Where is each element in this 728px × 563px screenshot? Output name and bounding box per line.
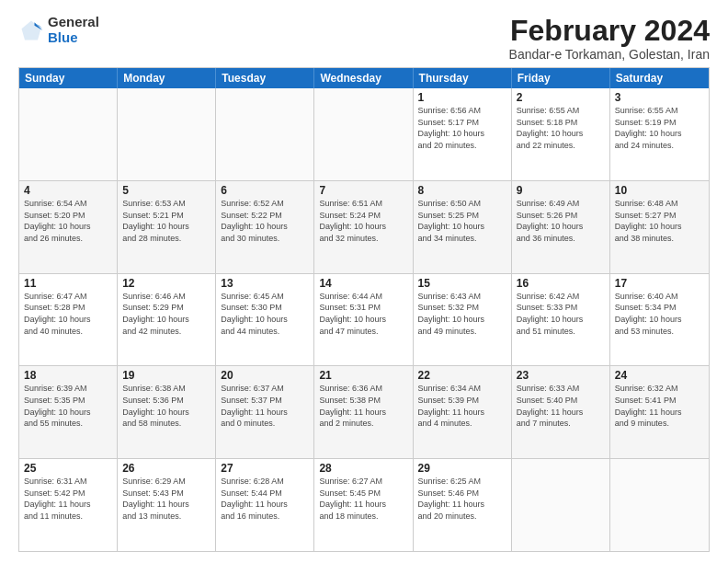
calendar: SundayMondayTuesdayWednesdayThursdayFrid…: [18, 67, 710, 552]
calendar-row: 18Sunrise: 6:39 AM Sunset: 5:35 PM Dayli…: [19, 365, 709, 458]
day-detail: Sunrise: 6:38 AM Sunset: 5:36 PM Dayligh…: [122, 383, 210, 429]
day-detail: Sunrise: 6:29 AM Sunset: 5:43 PM Dayligh…: [122, 476, 210, 522]
logo-general-text: General: [48, 15, 99, 30]
calendar-row: 11Sunrise: 6:47 AM Sunset: 5:28 PM Dayli…: [19, 273, 709, 366]
calendar-cell: 1Sunrise: 6:56 AM Sunset: 5:17 PM Daylig…: [414, 88, 512, 180]
calendar-cell: 6Sunrise: 6:52 AM Sunset: 5:22 PM Daylig…: [216, 181, 314, 273]
day-number: 1: [418, 91, 506, 104]
day-number: 11: [24, 277, 112, 290]
day-number: 29: [418, 462, 506, 475]
calendar-header-row: SundayMondayTuesdayWednesdayThursdayFrid…: [19, 68, 709, 88]
day-detail: Sunrise: 6:55 AM Sunset: 5:18 PM Dayligh…: [517, 105, 605, 151]
calendar-body: 1Sunrise: 6:56 AM Sunset: 5:17 PM Daylig…: [19, 88, 709, 551]
day-number: 7: [319, 184, 407, 197]
day-number: 9: [517, 184, 605, 197]
day-detail: Sunrise: 6:55 AM Sunset: 5:19 PM Dayligh…: [615, 105, 704, 151]
calendar-row: 25Sunrise: 6:31 AM Sunset: 5:42 PM Dayli…: [19, 458, 709, 551]
calendar-cell: 18Sunrise: 6:39 AM Sunset: 5:35 PM Dayli…: [19, 366, 118, 458]
day-number: 4: [24, 184, 112, 197]
calendar-cell: 17Sunrise: 6:40 AM Sunset: 5:34 PM Dayli…: [610, 274, 709, 366]
calendar-header-cell: Wednesday: [314, 68, 413, 88]
day-detail: Sunrise: 6:43 AM Sunset: 5:32 PM Dayligh…: [418, 291, 506, 337]
day-detail: Sunrise: 6:54 AM Sunset: 5:20 PM Dayligh…: [24, 198, 112, 244]
calendar-cell: 22Sunrise: 6:34 AM Sunset: 5:39 PM Dayli…: [414, 366, 512, 458]
day-detail: Sunrise: 6:25 AM Sunset: 5:46 PM Dayligh…: [418, 476, 506, 522]
page: General Blue February 2024 Bandar-e Tork…: [0, 0, 728, 563]
calendar-cell: 12Sunrise: 6:46 AM Sunset: 5:29 PM Dayli…: [118, 274, 216, 366]
day-detail: Sunrise: 6:48 AM Sunset: 5:27 PM Dayligh…: [615, 198, 704, 244]
day-number: 12: [122, 277, 210, 290]
calendar-cell: 13Sunrise: 6:45 AM Sunset: 5:30 PM Dayli…: [216, 274, 314, 366]
day-number: 18: [24, 369, 112, 382]
day-number: 5: [122, 184, 210, 197]
calendar-cell: [216, 88, 314, 180]
day-detail: Sunrise: 6:42 AM Sunset: 5:33 PM Dayligh…: [517, 291, 605, 337]
day-detail: Sunrise: 6:45 AM Sunset: 5:30 PM Dayligh…: [221, 291, 309, 337]
day-number: 3: [615, 91, 704, 104]
calendar-cell: [610, 459, 709, 551]
calendar-cell: 21Sunrise: 6:36 AM Sunset: 5:38 PM Dayli…: [314, 366, 413, 458]
calendar-row: 4Sunrise: 6:54 AM Sunset: 5:20 PM Daylig…: [19, 180, 709, 273]
calendar-header-cell: Thursday: [414, 68, 512, 88]
calendar-header-cell: Sunday: [19, 68, 118, 88]
calendar-cell: 29Sunrise: 6:25 AM Sunset: 5:46 PM Dayli…: [414, 459, 512, 551]
day-detail: Sunrise: 6:40 AM Sunset: 5:34 PM Dayligh…: [615, 291, 704, 337]
calendar-cell: 5Sunrise: 6:53 AM Sunset: 5:21 PM Daylig…: [118, 181, 216, 273]
calendar-cell: 25Sunrise: 6:31 AM Sunset: 5:42 PM Dayli…: [19, 459, 118, 551]
day-detail: Sunrise: 6:49 AM Sunset: 5:26 PM Dayligh…: [517, 198, 605, 244]
day-number: 28: [319, 462, 407, 475]
svg-marker-0: [22, 20, 41, 40]
day-detail: Sunrise: 6:27 AM Sunset: 5:45 PM Dayligh…: [319, 476, 407, 522]
day-detail: Sunrise: 6:47 AM Sunset: 5:28 PM Dayligh…: [24, 291, 112, 337]
day-number: 25: [24, 462, 112, 475]
day-detail: Sunrise: 6:51 AM Sunset: 5:24 PM Dayligh…: [319, 198, 407, 244]
calendar-cell: 20Sunrise: 6:37 AM Sunset: 5:37 PM Dayli…: [216, 366, 314, 458]
day-detail: Sunrise: 6:34 AM Sunset: 5:39 PM Dayligh…: [418, 383, 506, 429]
day-number: 23: [517, 369, 605, 382]
day-number: 26: [122, 462, 210, 475]
day-number: 13: [221, 277, 309, 290]
calendar-cell: [19, 88, 118, 180]
day-number: 2: [517, 91, 605, 104]
day-number: 21: [319, 369, 407, 382]
day-number: 20: [221, 369, 309, 382]
day-number: 24: [615, 369, 704, 382]
day-detail: Sunrise: 6:31 AM Sunset: 5:42 PM Dayligh…: [24, 476, 112, 522]
day-detail: Sunrise: 6:50 AM Sunset: 5:25 PM Dayligh…: [418, 198, 506, 244]
day-number: 16: [517, 277, 605, 290]
logo-blue-text: Blue: [48, 30, 99, 46]
day-number: 17: [615, 277, 704, 290]
calendar-row: 1Sunrise: 6:56 AM Sunset: 5:17 PM Daylig…: [19, 88, 709, 180]
location-subtitle: Bandar-e Torkaman, Golestan, Iran: [509, 47, 710, 62]
day-number: 19: [122, 369, 210, 382]
day-number: 10: [615, 184, 704, 197]
day-detail: Sunrise: 6:39 AM Sunset: 5:35 PM Dayligh…: [24, 383, 112, 429]
day-detail: Sunrise: 6:44 AM Sunset: 5:31 PM Dayligh…: [319, 291, 407, 337]
calendar-header-cell: Monday: [118, 68, 216, 88]
calendar-cell: 8Sunrise: 6:50 AM Sunset: 5:25 PM Daylig…: [414, 181, 512, 273]
calendar-header-cell: Tuesday: [216, 68, 314, 88]
calendar-cell: 2Sunrise: 6:55 AM Sunset: 5:18 PM Daylig…: [512, 88, 610, 180]
day-number: 27: [221, 462, 309, 475]
day-number: 22: [418, 369, 506, 382]
calendar-cell: 3Sunrise: 6:55 AM Sunset: 5:19 PM Daylig…: [610, 88, 709, 180]
calendar-cell: 27Sunrise: 6:28 AM Sunset: 5:44 PM Dayli…: [216, 459, 314, 551]
calendar-cell: 26Sunrise: 6:29 AM Sunset: 5:43 PM Dayli…: [118, 459, 216, 551]
day-number: 15: [418, 277, 506, 290]
calendar-cell: 14Sunrise: 6:44 AM Sunset: 5:31 PM Dayli…: [314, 274, 413, 366]
day-detail: Sunrise: 6:56 AM Sunset: 5:17 PM Dayligh…: [418, 105, 506, 151]
day-detail: Sunrise: 6:46 AM Sunset: 5:29 PM Dayligh…: [122, 291, 210, 337]
day-number: 14: [319, 277, 407, 290]
calendar-cell: [118, 88, 216, 180]
day-number: 8: [418, 184, 506, 197]
title-block: February 2024 Bandar-e Torkaman, Golesta…: [509, 15, 710, 62]
calendar-header-cell: Saturday: [610, 68, 709, 88]
calendar-cell: 23Sunrise: 6:33 AM Sunset: 5:40 PM Dayli…: [512, 366, 610, 458]
calendar-header-cell: Friday: [512, 68, 610, 88]
calendar-cell: 9Sunrise: 6:49 AM Sunset: 5:26 PM Daylig…: [512, 181, 610, 273]
calendar-cell: 28Sunrise: 6:27 AM Sunset: 5:45 PM Dayli…: [314, 459, 413, 551]
day-detail: Sunrise: 6:37 AM Sunset: 5:37 PM Dayligh…: [221, 383, 309, 429]
logo-icon: [18, 17, 44, 43]
day-detail: Sunrise: 6:28 AM Sunset: 5:44 PM Dayligh…: [221, 476, 309, 522]
month-title: February 2024: [509, 15, 710, 47]
